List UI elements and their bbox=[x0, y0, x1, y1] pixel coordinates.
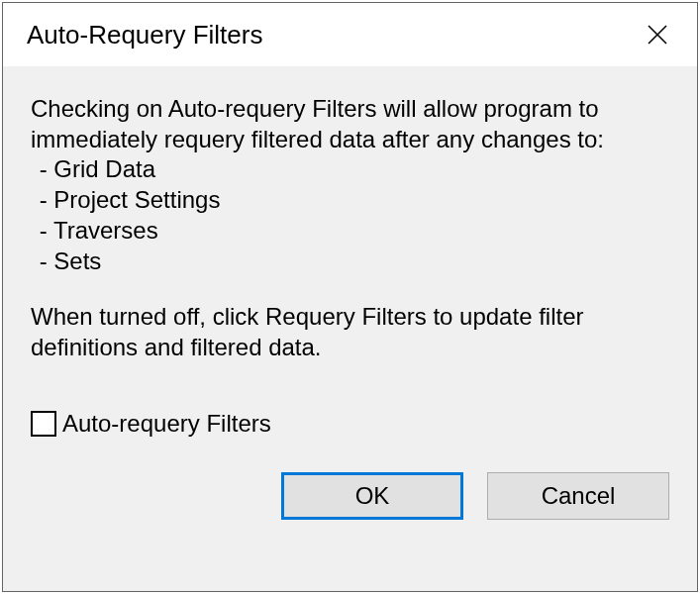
ok-button[interactable]: OK bbox=[281, 472, 463, 520]
cancel-button[interactable]: Cancel bbox=[487, 472, 669, 520]
intro-text: Checking on Auto-requery Filters will al… bbox=[31, 94, 669, 154]
dialog-title: Auto-Requery Filters bbox=[27, 20, 262, 50]
button-row: OK Cancel bbox=[31, 472, 669, 524]
titlebar: Auto-Requery Filters bbox=[3, 3, 697, 66]
description-block: Checking on Auto-requery Filters will al… bbox=[31, 94, 669, 276]
list-item: Grid Data bbox=[31, 154, 669, 185]
auto-requery-checkbox[interactable] bbox=[31, 411, 56, 437]
dialog-window: Auto-Requery Filters Checking on Auto-re… bbox=[2, 2, 698, 592]
list-item: Sets bbox=[31, 247, 669, 277]
list-item: Traverses bbox=[31, 216, 669, 247]
close-button[interactable] bbox=[638, 15, 677, 54]
change-list: Grid Data Project Settings Traverses Set… bbox=[31, 154, 669, 276]
off-note-text: When turned off, click Requery Filters t… bbox=[31, 302, 669, 362]
list-item: Project Settings bbox=[31, 185, 669, 216]
dialog-content: Checking on Auto-requery Filters will al… bbox=[3, 66, 697, 591]
checkbox-label[interactable]: Auto-requery Filters bbox=[62, 409, 271, 440]
checkbox-row: Auto-requery Filters bbox=[31, 409, 669, 440]
close-icon bbox=[648, 25, 667, 45]
